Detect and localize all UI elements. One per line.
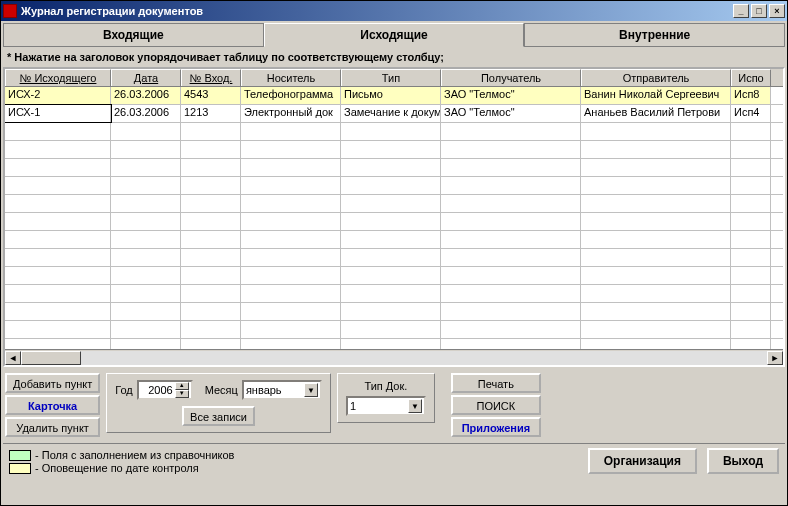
table-row[interactable]: ИСХ-2 26.03.2006 4543 Телефонограмма Пис… — [5, 87, 783, 105]
doctype-label: Тип Док. — [364, 380, 407, 392]
col-recipient[interactable]: Получатель — [441, 69, 581, 86]
tab-internal[interactable]: Внутренние — [524, 23, 785, 46]
col-sender[interactable]: Отправитель — [581, 69, 731, 86]
grid-header: № Исходящего Дата № Вход. Носитель Тип П… — [5, 69, 783, 87]
col-executor[interactable]: Испо — [731, 69, 771, 86]
minimize-button[interactable]: _ — [733, 4, 749, 18]
maximize-button[interactable]: □ — [751, 4, 767, 18]
sort-hint: * Нажатие на заголовок упорядочивает таб… — [3, 49, 785, 65]
horizontal-scrollbar[interactable]: ◄ ► — [5, 349, 783, 365]
app-window: Журнал регистрации документов _ □ × Вход… — [0, 0, 788, 506]
legend-swatch-green — [9, 450, 31, 461]
titlebar: Журнал регистрации документов _ □ × — [1, 1, 787, 21]
table-row[interactable]: ИСХ-1 26.03.2006 1213 Электронный док За… — [5, 105, 783, 123]
year-label: Год — [115, 384, 133, 396]
attachments-button[interactable]: Приложения — [451, 417, 541, 437]
scroll-thumb[interactable] — [21, 351, 81, 365]
doctype-group: Тип Док. 1 ▼ — [337, 373, 435, 423]
filter-group: Год 2006 ▲ ▼ Месяц январь ▼ Все записи — [106, 373, 331, 433]
grid-body: ИСХ-2 26.03.2006 4543 Телефонограмма Пис… — [5, 87, 783, 349]
all-records-button[interactable]: Все записи — [182, 406, 255, 426]
year-up-icon[interactable]: ▲ — [175, 382, 189, 390]
scroll-right-icon[interactable]: ► — [767, 351, 783, 365]
app-icon — [3, 4, 17, 18]
col-in-number[interactable]: № Вход. — [181, 69, 241, 86]
col-type[interactable]: Тип — [341, 69, 441, 86]
search-button[interactable]: ПОИСК — [451, 395, 541, 415]
legend-footer: - Поля с заполнением из справочников - О… — [3, 443, 785, 478]
editing-cell[interactable]: ИСХ-1 — [5, 105, 111, 122]
organization-button[interactable]: Организация — [588, 448, 697, 474]
add-item-button[interactable]: Добавить пункт — [5, 373, 100, 393]
close-button[interactable]: × — [769, 4, 785, 18]
year-down-icon[interactable]: ▼ — [175, 390, 189, 398]
data-grid: № Исходящего Дата № Вход. Носитель Тип П… — [3, 67, 785, 367]
delete-item-button[interactable]: Удалить пункт — [5, 417, 100, 437]
print-button[interactable]: Печать — [451, 373, 541, 393]
col-date[interactable]: Дата — [111, 69, 181, 86]
col-out-number[interactable]: № Исходящего — [5, 69, 111, 86]
tab-incoming[interactable]: Входящие — [3, 23, 264, 46]
year-spinner[interactable]: 2006 ▲ ▼ — [137, 380, 193, 400]
scroll-left-icon[interactable]: ◄ — [5, 351, 21, 365]
tab-bar: Входящие Исходящие Внутренние — [3, 23, 785, 47]
legend-alert-text: - Оповещение по дате контроля — [35, 462, 199, 474]
doctype-combo[interactable]: 1 ▼ — [346, 396, 426, 416]
legend-swatch-yellow — [9, 463, 31, 474]
legend-ref-text: - Поля с заполнением из справочников — [35, 449, 234, 461]
tab-outgoing[interactable]: Исходящие — [264, 23, 525, 47]
month-combo[interactable]: январь ▼ — [242, 380, 322, 400]
col-carrier[interactable]: Носитель — [241, 69, 341, 86]
month-label: Месяц — [205, 384, 238, 396]
chevron-down-icon[interactable]: ▼ — [408, 399, 422, 413]
card-button[interactable]: Карточка — [5, 395, 100, 415]
window-title: Журнал регистрации документов — [21, 5, 733, 17]
controls-panel: Добавить пункт Карточка Удалить пункт Го… — [3, 369, 785, 441]
chevron-down-icon[interactable]: ▼ — [304, 383, 318, 397]
exit-button[interactable]: Выход — [707, 448, 779, 474]
